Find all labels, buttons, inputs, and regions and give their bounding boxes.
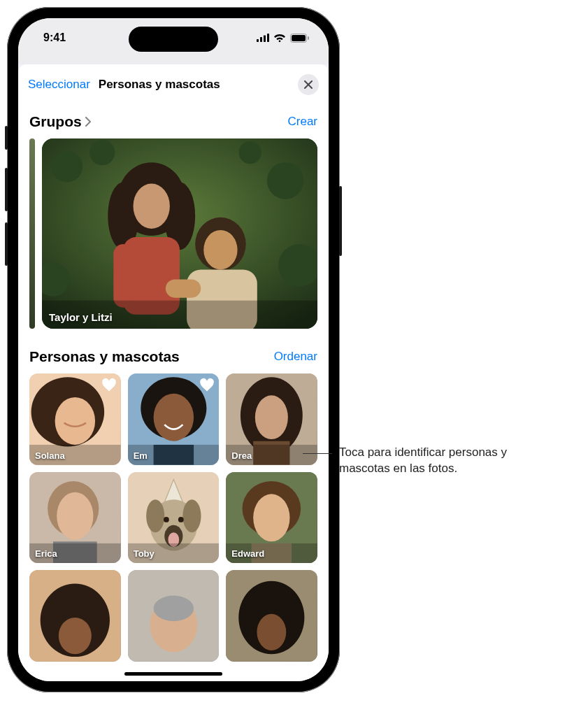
sort-button[interactable]: Ordenar — [274, 350, 317, 364]
groups-carousel[interactable]: Taylor y Litzi — [18, 134, 329, 337]
home-indicator[interactable] — [124, 672, 222, 676]
status-time: 9:41 — [43, 31, 66, 44]
favorite-badge — [199, 378, 215, 393]
svg-point-31 — [153, 394, 193, 441]
svg-point-21 — [203, 230, 237, 269]
svg-rect-2 — [264, 36, 266, 43]
close-button[interactable] — [298, 74, 319, 95]
heart-icon — [101, 378, 117, 393]
page-title: Personas y mascotas — [99, 78, 220, 92]
svg-point-60 — [59, 618, 92, 654]
svg-point-55 — [254, 494, 290, 541]
side-button-silence — [5, 126, 8, 150]
svg-rect-23 — [166, 279, 201, 297]
person-tile-extra-1[interactable] — [29, 570, 121, 662]
navbar: Seleccionar Personas y mascotas — [18, 64, 329, 102]
svg-point-36 — [255, 395, 288, 439]
person-name: Drea — [231, 450, 252, 461]
svg-point-63 — [153, 596, 193, 622]
groups-header: Grupos Crear — [18, 102, 329, 134]
person-tile-edward[interactable]: Edward — [226, 472, 317, 564]
battery-icon — [290, 34, 309, 43]
svg-point-50 — [164, 517, 169, 522]
favorite-badge — [101, 378, 117, 393]
person-photo — [128, 570, 220, 662]
svg-point-10 — [267, 162, 303, 199]
phone-frame: 9:41 Seleccionar Personas y mascotas Gru — [7, 7, 340, 692]
person-tile-extra-3[interactable] — [226, 570, 317, 662]
sheet-content: Seleccionar Personas y mascotas Grupos C… — [18, 64, 329, 681]
callout-leader-line — [303, 453, 332, 454]
heart-icon — [199, 378, 215, 393]
person-tile-erica[interactable]: Erica — [29, 472, 121, 564]
group-card-previous-peek[interactable] — [29, 138, 35, 329]
side-button-power — [339, 186, 342, 256]
create-group-button[interactable]: Crear — [287, 115, 317, 129]
svg-point-13 — [239, 141, 261, 164]
sheet-background-peek — [18, 57, 329, 64]
svg-point-47 — [182, 499, 201, 532]
svg-rect-19 — [113, 244, 133, 308]
person-name: Solana — [35, 450, 65, 461]
person-name: Em — [134, 450, 148, 461]
status-bar: 9:41 — [18, 18, 329, 57]
person-tile-solana[interactable]: Solana — [29, 373, 121, 465]
screen: 9:41 Seleccionar Personas y mascotas Gru — [18, 18, 329, 681]
people-grid: Solana Em — [18, 369, 329, 662]
person-tile-toby[interactable]: Toby — [128, 472, 220, 564]
svg-point-27 — [55, 397, 95, 445]
person-name: Toby — [134, 548, 155, 559]
group-card-label: Taylor y Litzi — [49, 311, 113, 323]
people-header: Personas y mascotas Ordenar — [18, 337, 329, 369]
side-button-volume-up — [5, 168, 8, 211]
person-tile-extra-2[interactable] — [128, 570, 220, 662]
person-photo — [29, 570, 121, 662]
groups-title-row[interactable]: Grupos — [29, 113, 92, 130]
svg-point-46 — [146, 499, 164, 532]
wifi-icon — [273, 34, 286, 43]
svg-rect-5 — [292, 35, 306, 41]
select-button[interactable]: Seleccionar — [28, 78, 90, 92]
status-icons — [257, 34, 309, 43]
callout-text: Toca para identificar personas y mascota… — [339, 445, 533, 477]
group-photo — [42, 138, 317, 329]
svg-point-9 — [89, 140, 115, 165]
close-icon — [304, 80, 313, 89]
group-card[interactable]: Taylor y Litzi — [42, 138, 317, 329]
people-title: Personas y mascotas — [29, 348, 180, 365]
cellular-icon — [257, 34, 269, 42]
svg-point-8 — [52, 151, 83, 182]
svg-rect-6 — [308, 36, 309, 40]
person-name: Erica — [35, 548, 57, 559]
svg-rect-0 — [257, 39, 259, 42]
svg-point-17 — [134, 183, 170, 228]
side-button-volume-down — [5, 222, 8, 266]
chevron-right-icon — [85, 116, 92, 127]
person-photo — [226, 570, 317, 662]
svg-point-41 — [57, 492, 93, 539]
groups-title: Grupos — [29, 113, 82, 130]
callout: Toca para identificar personas y mascota… — [339, 445, 570, 477]
person-name: Edward — [231, 548, 264, 559]
svg-point-51 — [178, 517, 184, 522]
svg-point-66 — [257, 614, 287, 650]
person-tile-drea[interactable]: Drea — [226, 373, 317, 465]
dynamic-island — [129, 27, 218, 52]
svg-rect-1 — [260, 37, 262, 42]
svg-rect-3 — [267, 34, 269, 42]
person-tile-em[interactable]: Em — [128, 373, 220, 465]
